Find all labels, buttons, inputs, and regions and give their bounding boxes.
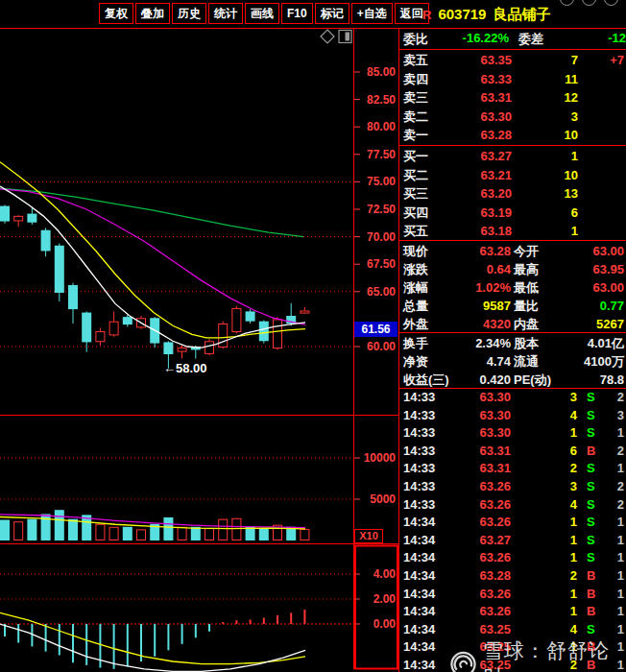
quote-label: 涨幅 [403, 278, 428, 297]
toolbar-button-+自选[interactable]: +自选 [351, 3, 393, 24]
buy-row[interactable]: 买五63.181 [398, 222, 626, 241]
quote-fundamentals: 换手2.34%股本4.01亿净资4.74流通4100万收益(三)0.420PE(… [398, 334, 626, 389]
buy-row-volume: 13 [565, 184, 578, 204]
panel-layout-icon-bar [346, 33, 350, 41]
tick-volume: 1 [570, 532, 577, 550]
tick-price: 63.25 [479, 621, 511, 639]
candle-up [109, 322, 118, 335]
tick-price: 63.30 [479, 389, 511, 407]
sell-row[interactable]: 卖四63.3311 [398, 70, 626, 89]
toolbar-button-复权[interactable]: 复权 [99, 3, 133, 24]
diamond-icon[interactable] [321, 30, 334, 43]
sell-row-label: 卖五 [403, 51, 428, 70]
buy-row[interactable]: 买一63.271 [398, 147, 626, 166]
candle-down [163, 342, 173, 354]
quote-row: 总量9587量比0.77 [398, 297, 626, 315]
axis-tick-label: 75.00 [367, 175, 396, 188]
candle-down [123, 317, 132, 324]
toolbar-button-F10[interactable]: F10 [281, 3, 313, 24]
tick-row: 14:3363.303S2 [398, 389, 626, 407]
buy-row[interactable]: 买三63.2013 [398, 184, 626, 204]
sell-row-volume: 7 [571, 51, 578, 70]
tick-row: 14:3363.312S1 [398, 460, 626, 478]
tick-row: 14:3463.261S1 [398, 514, 626, 532]
sell-row-price: 63.28 [480, 126, 512, 145]
quote-value: 5267 [596, 315, 624, 333]
axis-tick-label: 85.00 [367, 65, 396, 79]
buy-queue: 买一63.271买二63.2110买三63.2013买四63.196买五63.1… [398, 147, 626, 241]
sell-row[interactable]: 卖二63.303 [398, 108, 626, 127]
macd-axis-box [355, 546, 397, 669]
tick-direction: B [587, 603, 595, 621]
tick-count: 1 [617, 549, 624, 567]
chart-corner-icons-svg [320, 29, 352, 44]
axis-tick-label: 5000 [370, 492, 396, 506]
app-window: 85.0082.5080.0077.5075.0072.5070.0067.50… [0, 0, 626, 672]
quote-value: 63.00 [592, 278, 624, 297]
tick-price: 63.28 [479, 567, 511, 586]
tick-price: 63.26 [479, 496, 511, 515]
tick-row: 14:3463.271S1 [398, 532, 626, 550]
axis-tick-label: 2.00 [373, 592, 397, 606]
weibi-row: 委比 -16.22% 委差 -12 [398, 31, 626, 48]
candle-up [178, 348, 186, 351]
tick-price: 63.31 [479, 460, 511, 478]
sell-row[interactable]: 卖五63.357+7 [398, 51, 626, 70]
tick-volume: 3 [570, 478, 577, 496]
tick-volume: 1 [570, 514, 577, 532]
tick-volume: 1 [570, 424, 577, 443]
toolbar-button-标记[interactable]: 标记 [315, 3, 349, 24]
sell-row[interactable]: 卖三63.3112 [398, 88, 626, 108]
tick-direction: B [587, 443, 595, 461]
tick-volume: 1 [570, 603, 577, 621]
tick-count: 1 [617, 621, 624, 639]
tick-direction: S [587, 424, 595, 443]
toolbar-button-叠加[interactable]: 叠加 [135, 3, 170, 24]
tick-count: 1 [617, 532, 624, 550]
tick-volume: 1 [570, 549, 577, 567]
candle-up [232, 308, 241, 331]
buy-row-label: 买五 [403, 222, 428, 241]
buy-row[interactable]: 买四63.196 [398, 204, 626, 223]
toolbar-button-画线[interactable]: 画线 [245, 3, 279, 24]
tick-time: 14:34 [403, 567, 435, 586]
fundamental-row: 收益(三)0.420PE(动)78.8 [398, 371, 626, 389]
window-control-icon[interactable] [604, 0, 618, 6]
toolbar-button-统计[interactable]: 统计 [208, 3, 243, 24]
quote-value: 4320 [483, 315, 511, 333]
tick-count: 1 [617, 586, 624, 604]
tick-row: 14:3463.261S1 [398, 549, 626, 567]
tick-price: 63.30 [479, 407, 511, 425]
buy-row-price: 63.21 [480, 166, 512, 185]
window-control-icon[interactable] [582, 0, 596, 6]
window-controls[interactable] [560, 0, 618, 6]
quote-label: 涨跌 [403, 260, 428, 278]
quote-label: 总量 [403, 297, 428, 315]
tick-direction: S [587, 496, 595, 515]
tick-count: 1 [617, 460, 624, 478]
axis-tick-label: 60.00 [367, 340, 396, 353]
stock-name: 良品铺子 [493, 6, 550, 24]
tick-direction: B [587, 567, 595, 586]
candle-up [96, 331, 105, 341]
buy-row-volume: 1 [571, 222, 578, 241]
buy-row[interactable]: 买二63.2110 [398, 166, 626, 185]
rights-flag: R [422, 8, 431, 22]
sell-row[interactable]: 卖一63.2810 [398, 126, 626, 145]
xueqiu-logo-icon [449, 650, 477, 672]
weicha-label: 委差 [518, 31, 543, 48]
tick-volume: 4 [570, 407, 577, 425]
candle-down [27, 214, 36, 223]
tick-price: 63.26 [479, 514, 511, 532]
fundamental-value: 2.34% [475, 334, 511, 352]
tick-volume: 3 [570, 389, 577, 407]
toolbar-button-历史[interactable]: 历史 [172, 3, 206, 24]
fundamental-value: 4.74 [487, 352, 511, 371]
tick-direction: B [587, 586, 595, 604]
fundamental-label: 净资 [403, 352, 428, 371]
window-control-icon[interactable] [560, 0, 574, 6]
candle-down [259, 322, 269, 342]
tick-time: 14:34 [403, 621, 435, 639]
axis-tick-label: 0.00 [373, 617, 397, 631]
candle-up [14, 216, 23, 221]
